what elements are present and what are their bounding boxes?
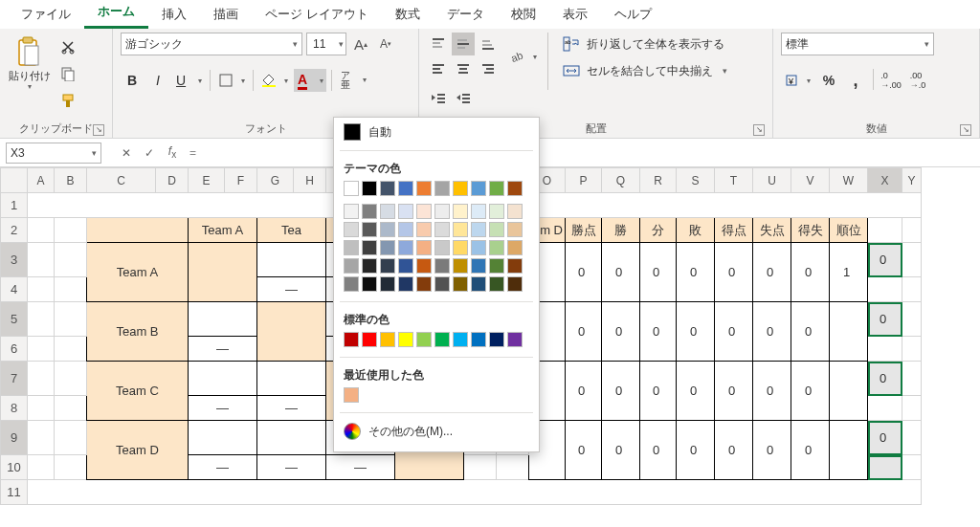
color-swatch[interactable]	[344, 181, 359, 196]
color-swatch[interactable]	[453, 332, 468, 347]
menu-file[interactable]: ファイル	[8, 0, 84, 29]
menu-view[interactable]: 表示	[549, 0, 601, 29]
alignment-launcher[interactable]: ↘	[753, 124, 765, 136]
color-swatch[interactable]	[453, 222, 468, 237]
border-button[interactable]	[215, 69, 248, 92]
color-swatch[interactable]	[471, 258, 486, 274]
color-swatch[interactable]	[362, 258, 377, 274]
color-swatch[interactable]	[453, 258, 468, 274]
name-box[interactable]: X3▾	[6, 143, 101, 164]
paste-button[interactable]: 貼り付け ▾	[8, 33, 52, 107]
fill-color-button[interactable]	[258, 69, 291, 92]
selected-cell-x3[interactable]: 0	[868, 243, 902, 277]
theme-color-row[interactable]	[334, 179, 539, 202]
increase-decimal[interactable]: .0→.00	[880, 69, 902, 92]
cancel-formula[interactable]: ✕	[115, 146, 138, 160]
color-swatch[interactable]	[416, 181, 432, 196]
color-swatch[interactable]	[489, 181, 504, 196]
color-swatch[interactable]	[489, 240, 504, 255]
color-swatch[interactable]	[471, 222, 486, 237]
enter-formula[interactable]: ✓	[138, 146, 161, 160]
color-swatch[interactable]	[398, 332, 413, 347]
color-swatch[interactable]	[362, 332, 377, 347]
color-swatch[interactable]	[362, 204, 377, 219]
color-swatch[interactable]	[507, 222, 523, 237]
color-swatch[interactable]	[416, 276, 432, 292]
standard-color-row[interactable]	[334, 330, 539, 353]
underline-button[interactable]: U	[172, 69, 205, 92]
font-size-combo[interactable]: 11▾	[306, 33, 346, 55]
color-swatch[interactable]	[362, 181, 377, 196]
color-swatch[interactable]	[453, 181, 468, 196]
color-swatch[interactable]	[380, 240, 395, 255]
menu-pagelayout[interactable]: ページ レイアウト	[252, 0, 382, 29]
color-swatch[interactable]	[380, 332, 395, 347]
align-mid[interactable]	[452, 33, 475, 55]
color-swatch[interactable]	[507, 276, 523, 292]
color-swatch[interactable]	[489, 276, 504, 292]
comma-button[interactable]: ,	[844, 69, 867, 92]
color-swatch[interactable]	[507, 240, 523, 255]
color-swatch[interactable]	[380, 181, 395, 196]
wrap-text-button[interactable]: ab 折り返して全体を表示する	[562, 33, 753, 55]
formula-input[interactable]: =	[184, 143, 980, 164]
cut-button[interactable]	[57, 36, 78, 57]
align-left[interactable]	[427, 57, 450, 80]
color-swatch[interactable]	[453, 240, 468, 255]
color-swatch[interactable]	[471, 332, 486, 347]
color-swatch[interactable]	[362, 222, 377, 237]
recent-color-row[interactable]	[334, 385, 539, 408]
merge-center-button[interactable]: セルを結合して中央揃え ▾	[562, 59, 753, 82]
color-swatch[interactable]	[362, 276, 377, 292]
phonetic-button[interactable]: ア亜	[337, 69, 369, 92]
color-swatch[interactable]	[471, 240, 486, 255]
increase-font-button[interactable]: A▴	[350, 33, 371, 55]
orientation-button[interactable]: ab	[507, 45, 540, 68]
color-swatch[interactable]	[434, 258, 450, 274]
color-swatch[interactable]	[434, 240, 450, 255]
font-name-combo[interactable]: 游ゴシック▾	[121, 33, 302, 55]
color-swatch[interactable]	[471, 204, 486, 219]
menu-help[interactable]: ヘルプ	[601, 0, 665, 29]
color-swatch[interactable]	[507, 181, 523, 196]
color-swatch[interactable]	[507, 258, 523, 274]
color-swatch[interactable]	[380, 222, 395, 237]
number-launcher[interactable]: ↘	[960, 124, 971, 136]
percent-button[interactable]: %	[817, 69, 840, 92]
accounting-button[interactable]: ¥	[781, 69, 813, 92]
color-swatch[interactable]	[398, 181, 413, 196]
color-swatch[interactable]	[398, 240, 413, 255]
color-swatch[interactable]	[344, 204, 359, 219]
color-swatch[interactable]	[344, 222, 359, 237]
color-swatch[interactable]	[489, 204, 504, 219]
color-swatch[interactable]	[344, 332, 359, 347]
number-format-combo[interactable]: 標準▾	[781, 33, 934, 55]
color-swatch[interactable]	[344, 240, 359, 255]
fx-button[interactable]: fx	[161, 144, 184, 160]
clipboard-launcher[interactable]: ↘	[93, 124, 104, 136]
color-swatch[interactable]	[434, 222, 450, 237]
color-swatch[interactable]	[489, 222, 504, 237]
increase-indent[interactable]	[452, 86, 475, 109]
color-swatch[interactable]	[416, 258, 432, 274]
menu-insert[interactable]: 挿入	[148, 0, 200, 29]
color-swatch[interactable]	[471, 181, 486, 196]
copy-button[interactable]	[57, 63, 78, 84]
color-swatch[interactable]	[380, 258, 395, 274]
color-swatch[interactable]	[398, 222, 413, 237]
color-swatch[interactable]	[398, 276, 413, 292]
bold-button[interactable]: B	[121, 69, 144, 92]
color-swatch[interactable]	[507, 332, 523, 347]
format-painter-button[interactable]	[57, 90, 78, 111]
color-swatch[interactable]	[434, 276, 450, 292]
color-swatch[interactable]	[398, 204, 413, 219]
theme-shade-grid[interactable]	[334, 202, 539, 297]
color-swatch[interactable]	[489, 258, 504, 274]
menu-home[interactable]: ホーム	[84, 0, 148, 29]
decrease-decimal[interactable]: .00→.0	[906, 69, 929, 92]
color-swatch[interactable]	[416, 204, 432, 219]
menu-draw[interactable]: 描画	[200, 0, 252, 29]
menu-review[interactable]: 校閲	[498, 0, 549, 29]
color-swatch[interactable]	[471, 276, 486, 292]
color-swatch[interactable]	[434, 332, 450, 347]
